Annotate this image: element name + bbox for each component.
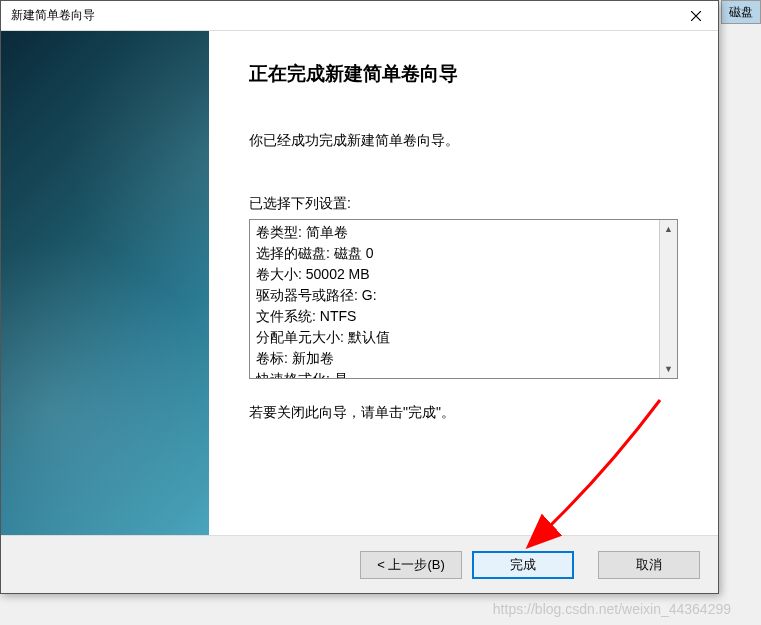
scroll-down-icon[interactable]: ▼ [664, 364, 673, 374]
list-item: 文件系统: NTFS [256, 306, 653, 327]
settings-lines: 卷类型: 简单卷 选择的磁盘: 磁盘 0 卷大小: 50002 MB 驱动器号或… [250, 220, 659, 378]
back-button[interactable]: < 上一步(B) [360, 551, 462, 579]
cancel-button[interactable]: 取消 [598, 551, 700, 579]
close-hint: 若要关闭此向导，请单击"完成"。 [249, 404, 678, 422]
close-button[interactable] [674, 1, 718, 31]
titlebar: 新建简单卷向导 [1, 1, 718, 31]
background-tab: 磁盘 [721, 0, 761, 24]
list-item: 驱动器号或路径: G: [256, 285, 653, 306]
close-icon [691, 11, 701, 21]
watermark: https://blog.csdn.net/weixin_44364299 [493, 601, 731, 617]
wizard-sidebar-image [1, 31, 209, 535]
scrollbar[interactable]: ▲ ▼ [659, 220, 677, 378]
main-panel: 正在完成新建简单卷向导 你已经成功完成新建简单卷向导。 已选择下列设置: 卷类型… [209, 31, 718, 535]
list-item: 快速格式化: 是 [256, 369, 653, 378]
page-heading: 正在完成新建简单卷向导 [249, 61, 678, 87]
list-item: 卷类型: 简单卷 [256, 222, 653, 243]
completion-text: 你已经成功完成新建简单卷向导。 [249, 132, 678, 150]
list-item: 卷大小: 50002 MB [256, 264, 653, 285]
list-item: 选择的磁盘: 磁盘 0 [256, 243, 653, 264]
window-title: 新建简单卷向导 [11, 7, 95, 24]
footer-buttons: < 上一步(B) 完成 取消 [1, 535, 718, 593]
settings-label: 已选择下列设置: [249, 195, 678, 213]
wizard-dialog: 新建简单卷向导 正在完成新建简单卷向导 你已经成功完成新建简单卷向导。 已选择下… [0, 0, 719, 594]
list-item: 卷标: 新加卷 [256, 348, 653, 369]
list-item: 分配单元大小: 默认值 [256, 327, 653, 348]
content-area: 正在完成新建简单卷向导 你已经成功完成新建简单卷向导。 已选择下列设置: 卷类型… [1, 31, 718, 535]
finish-button[interactable]: 完成 [472, 551, 574, 579]
scroll-up-icon[interactable]: ▲ [664, 224, 673, 234]
settings-listbox[interactable]: 卷类型: 简单卷 选择的磁盘: 磁盘 0 卷大小: 50002 MB 驱动器号或… [249, 219, 678, 379]
